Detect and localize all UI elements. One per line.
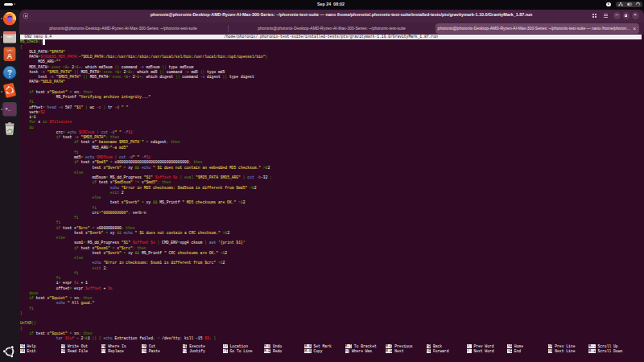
svg-text:>_: >_ xyxy=(6,106,11,112)
svg-text:A: A xyxy=(7,51,13,60)
svg-text:?: ? xyxy=(7,68,12,76)
